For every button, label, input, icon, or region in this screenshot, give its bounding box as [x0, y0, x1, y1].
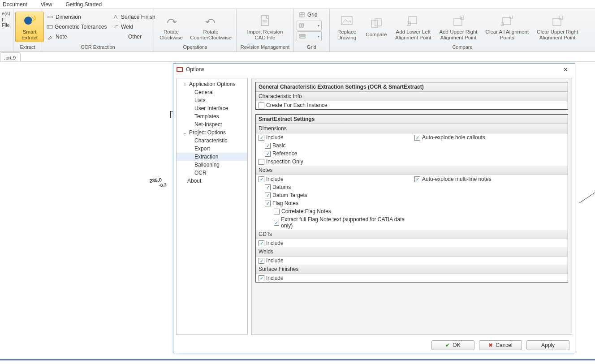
- ribbon: e(s) F File Smart Extract Extract Dimens…: [0, 9, 595, 52]
- other-button[interactable]: Other: [110, 32, 160, 42]
- general-extraction-panel: General Characteristic Extraction Settin…: [255, 82, 568, 110]
- svg-point-0: [24, 17, 32, 25]
- cancel-icon: ✖: [488, 342, 493, 348]
- svg-rect-10: [341, 17, 352, 25]
- app-icon: [176, 66, 183, 73]
- add-lower-left-point-button[interactable]: + Add Lower Left Alignment Point: [392, 12, 435, 42]
- svg-rect-25: [177, 68, 182, 71]
- cancel-button[interactable]: ✖ Cancel: [479, 340, 522, 350]
- svg-rect-13: [409, 17, 417, 24]
- svg-rect-1: [47, 26, 52, 28]
- notes-datums-checkbox[interactable]: [265, 184, 271, 190]
- dimension-annotation: 235.0 -0.2: [149, 176, 167, 189]
- grid-icon: [298, 11, 306, 18]
- notes-include-checkbox[interactable]: [259, 176, 264, 182]
- smart-extract-label: Smart Extract: [22, 29, 38, 41]
- tree-general[interactable]: General: [177, 88, 247, 96]
- dimensions-section-title: Dimensions: [256, 124, 568, 133]
- dialog-title: Options: [186, 66, 204, 73]
- tree-lists[interactable]: Lists: [177, 96, 247, 104]
- tree-ballooning[interactable]: Ballooning: [177, 161, 247, 169]
- grid-button[interactable]: Grid: [297, 10, 319, 20]
- apply-button[interactable]: Apply: [526, 340, 569, 350]
- svg-rect-20: [501, 23, 504, 26]
- svg-rect-19: [503, 17, 511, 25]
- svg-rect-7: [302, 24, 303, 27]
- dialog-buttons: ✔ OK ✖ Cancel Apply: [173, 338, 575, 353]
- add-upper-right-point-button[interactable]: + Add Upper Right Alignment Point: [436, 12, 481, 42]
- dimensions-basic-checkbox[interactable]: [265, 143, 271, 149]
- tree-project-options[interactable]: ⌄ Project Options: [177, 128, 247, 137]
- create-for-each-instance-checkbox[interactable]: [259, 103, 264, 108]
- picture-icon: [340, 14, 354, 28]
- grid-rows-dropdown[interactable]: ▾: [297, 31, 322, 41]
- tree-user-interface[interactable]: User Interface: [177, 104, 247, 112]
- tree-extraction[interactable]: Extraction: [177, 153, 247, 161]
- menu-getting-started[interactable]: Getting Started: [64, 0, 104, 9]
- document-tab[interactable]: .prt.9: [0, 52, 21, 61]
- dimensions-inspection-only-checkbox[interactable]: [259, 159, 264, 165]
- notes-correlate-checkbox[interactable]: [274, 209, 280, 214]
- dimension-button[interactable]: Dimension: [45, 12, 108, 22]
- notes-section-title: Notes: [256, 166, 568, 175]
- ribbon-group-grid-label: Grid: [294, 44, 329, 51]
- surface-finish-icon: [112, 13, 119, 21]
- tree-export[interactable]: Export: [177, 145, 247, 153]
- note-button[interactable]: Note: [45, 32, 108, 42]
- options-dialog: Options ✕ ⌄ Application Options General …: [173, 63, 575, 353]
- close-button[interactable]: ✕: [559, 65, 572, 74]
- dimensions-include-checkbox[interactable]: [259, 135, 264, 141]
- notes-flag-notes-checkbox[interactable]: [265, 201, 271, 206]
- clear-all-points-button[interactable]: Clear All Alignment Points: [482, 12, 533, 42]
- tree-ocr[interactable]: OCR: [177, 169, 247, 177]
- clear-all-icon: [500, 14, 514, 28]
- menu-document[interactable]: Document: [1, 0, 29, 9]
- characteristic-info-title: Characteristic Info: [256, 92, 568, 101]
- align-ll-icon: +: [406, 14, 420, 28]
- ok-button[interactable]: ✔ OK: [431, 340, 474, 350]
- smart-extract-icon: [22, 14, 37, 28]
- smartextract-panel-title: SmartExtract Settings: [256, 115, 568, 124]
- tree-about[interactable]: About: [177, 177, 247, 185]
- menu-view[interactable]: View: [39, 0, 54, 9]
- chevron-down-icon: ⌄: [183, 82, 187, 86]
- tree-application-options[interactable]: ⌄ Application Options: [177, 80, 247, 88]
- surface-finishes-section-title: Surface Finishes: [256, 265, 568, 274]
- grid-cols-icon: [299, 22, 306, 29]
- surface-finishes-include-checkbox[interactable]: [259, 275, 264, 281]
- import-revision-cad-button[interactable]: Import Revision CAD File: [244, 12, 287, 42]
- tree-characteristic[interactable]: Characteristic: [177, 137, 247, 145]
- gdt-button[interactable]: Geometric Tolerances: [45, 22, 108, 32]
- notes-datum-targets-checkbox[interactable]: [265, 193, 271, 198]
- svg-text:+: +: [407, 22, 410, 26]
- ribbon-group-compare-label: Compare: [330, 44, 595, 51]
- auto-explode-hole-callouts-checkbox[interactable]: [414, 135, 420, 141]
- smart-extract-button[interactable]: Smart Extract: [15, 12, 44, 42]
- document-icon: [258, 14, 272, 28]
- grid-cols-dropdown[interactable]: ▾: [297, 21, 322, 30]
- create-for-each-instance-label: Create For Each Instance: [266, 102, 328, 108]
- dimensions-reference-checkbox[interactable]: [265, 151, 271, 157]
- chevron-down-icon: ⌄: [183, 130, 187, 135]
- rotate-clockwise-button[interactable]: Rotate Clockwise: [157, 12, 185, 42]
- surface-finish-button[interactable]: Surface Finish: [110, 12, 160, 22]
- rotate-ccw-icon: [204, 14, 218, 28]
- options-content: General Characteristic Extraction Settin…: [251, 78, 572, 335]
- chevron-down-icon: ▾: [318, 24, 319, 28]
- svg-rect-6: [300, 24, 301, 27]
- svg-rect-8: [300, 34, 305, 36]
- notes-extract-full-checkbox[interactable]: [274, 220, 279, 226]
- gdt-icon: [47, 23, 53, 30]
- ribbon-group-ocr-label: OCR Extraction: [42, 44, 154, 51]
- welds-include-checkbox[interactable]: [259, 258, 264, 264]
- weld-button[interactable]: Weld: [110, 22, 160, 32]
- menu-bar: Document View Getting Started: [0, 0, 595, 9]
- compare-button[interactable]: Compare: [362, 15, 391, 39]
- tree-templates[interactable]: Templates: [177, 112, 247, 120]
- auto-explode-multiline-notes-checkbox[interactable]: [414, 176, 420, 182]
- rotate-counterclockwise-button[interactable]: Rotate CounterClockwise: [188, 12, 233, 42]
- replace-drawing-button[interactable]: Replace Drawing: [332, 12, 361, 42]
- clear-upper-right-point-button[interactable]: Clear Upper Right Alignment Point: [533, 12, 582, 42]
- tree-net-inspect[interactable]: Net-Inspect: [177, 120, 247, 128]
- gdts-include-checkbox[interactable]: [259, 240, 264, 246]
